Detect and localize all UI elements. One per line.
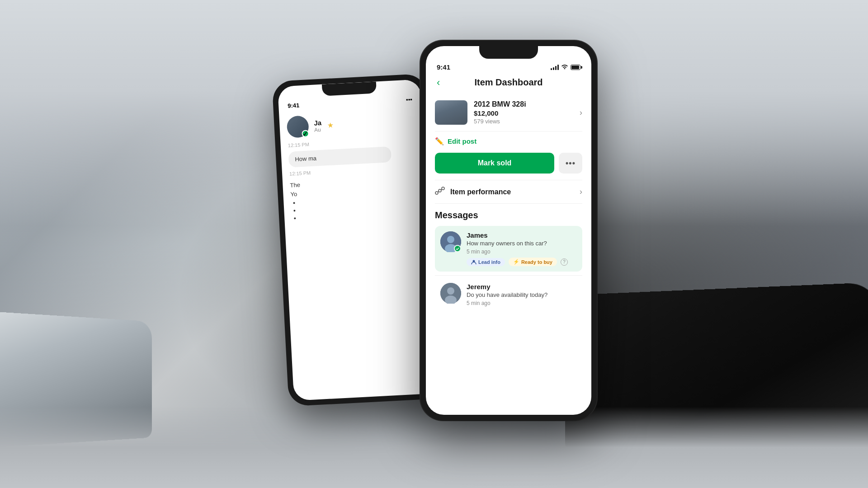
more-options-button[interactable]: •••: [559, 153, 582, 174]
lightning-icon: ⚡: [513, 259, 519, 265]
mark-sold-button[interactable]: Mark sold: [435, 153, 554, 174]
jeremy-name: Jeremy: [467, 283, 577, 291]
bg-long-msg: TheYo: [290, 171, 420, 226]
svg-point-6: [447, 236, 454, 243]
phone-background: 9:41 ▪▪▪ ✓ Ja Au ★ 12:15 PM How ma: [272, 74, 442, 407]
lead-info-label: Lead info: [478, 259, 500, 265]
bg-avatar-badge: ✓: [302, 130, 309, 137]
wifi-icon: [561, 64, 568, 70]
item-performance-row[interactable]: Item performance ›: [435, 180, 582, 204]
message-item-james[interactable]: James How many owners on this car? 5 min…: [435, 226, 582, 272]
ready-to-buy-label: Ready to buy: [521, 259, 552, 265]
james-message-text: How many owners on this car?: [467, 240, 577, 247]
screen-content: ‹ Item Dashboard 2012 BMW 328i $12,000 5…: [426, 74, 591, 318]
james-avatar: [440, 231, 461, 252]
jeremy-message-text: Do you have availability today?: [467, 291, 577, 298]
messages-section-header: Messages: [435, 210, 582, 221]
signal-bar-2: [553, 67, 554, 70]
james-name: James: [467, 231, 577, 239]
signal-bar-4: [557, 65, 559, 70]
bg-message-bubble: How ma: [288, 146, 392, 168]
item-performance-label: Item performance: [450, 188, 511, 196]
phone-bg-icons: ▪▪▪: [406, 96, 413, 103]
bg-star-icon: ★: [327, 121, 334, 130]
listing-card[interactable]: 2012 BMW 328i $12,000 579 views ›: [435, 94, 582, 131]
bg-person-name: Ja: [314, 118, 322, 127]
edit-post-row[interactable]: ✏️ Edit post: [435, 131, 582, 151]
car-thumbnail: [435, 100, 467, 125]
battery-icon: [571, 65, 580, 70]
james-avatar-badge: [454, 245, 461, 252]
phone-main: 9:41: [420, 41, 597, 420]
jeremy-message-body: Jeremy Do you have availability today? 5…: [467, 283, 577, 309]
signal-bars-icon: [551, 65, 559, 70]
svg-line-3: [438, 192, 439, 192]
performance-graph-icon: [435, 187, 445, 197]
phone-bg-time: 9:41: [288, 102, 300, 109]
listing-price: $12,000: [474, 109, 573, 117]
listing-chevron-icon: ›: [580, 108, 582, 117]
bg-msg-text: How ma: [295, 155, 316, 163]
phone-main-screen: 9:41: [426, 46, 591, 415]
signal-bar-1: [551, 68, 552, 70]
svg-line-4: [441, 189, 442, 190]
status-icons: [551, 64, 580, 70]
page-title: Item Dashboard: [474, 77, 542, 88]
listing-views: 579 views: [474, 118, 573, 125]
bg-avatar: ✓: [287, 115, 309, 138]
james-message-time: 5 min ago: [467, 249, 577, 255]
help-circle-icon[interactable]: ?: [561, 258, 568, 266]
status-time: 9:41: [437, 63, 450, 71]
james-message-body: James How many owners on this car? 5 min…: [467, 231, 577, 266]
car-thumb-image: [435, 100, 467, 125]
message-divider: [435, 275, 582, 276]
svg-point-10: [447, 287, 454, 295]
jeremy-message-time: 5 min ago: [467, 300, 577, 306]
lead-info-tag: Lead info: [467, 258, 505, 266]
performance-chevron-icon: ›: [580, 187, 582, 197]
jeremy-avatar: [440, 283, 461, 304]
phones-container: 9:41 ▪▪▪ ✓ Ja Au ★ 12:15 PM How ma: [253, 41, 615, 447]
perf-left: Item performance: [435, 187, 511, 197]
back-button[interactable]: ‹: [435, 75, 442, 90]
phone-bg-screen: 9:41 ▪▪▪ ✓ Ja Au ★ 12:15 PM How ma: [278, 79, 437, 401]
header: ‹ Item Dashboard: [435, 74, 582, 94]
listing-title: 2012 BMW 328i: [474, 100, 573, 108]
action-row: Mark sold •••: [435, 151, 582, 180]
listing-info: 2012 BMW 328i $12,000 579 views: [474, 100, 573, 125]
message-item-jeremy[interactable]: Jeremy Do you have availability today? 5…: [435, 277, 582, 314]
signal-bar-3: [555, 66, 557, 70]
james-message-tags: Lead info ⚡ Ready to buy ?: [467, 258, 577, 266]
phone-main-notch: [479, 46, 538, 59]
phone-bg-content: ✓ Ja Au ★ 12:15 PM How ma 12:15 PM TheYo: [279, 106, 428, 226]
battery-fill: [571, 66, 579, 69]
edit-post-label: Edit post: [448, 137, 476, 145]
edit-pencil-icon: ✏️: [435, 137, 444, 145]
ready-to-buy-tag: ⚡ Ready to buy: [509, 258, 557, 266]
bg-person-subtitle: Au: [314, 126, 322, 133]
